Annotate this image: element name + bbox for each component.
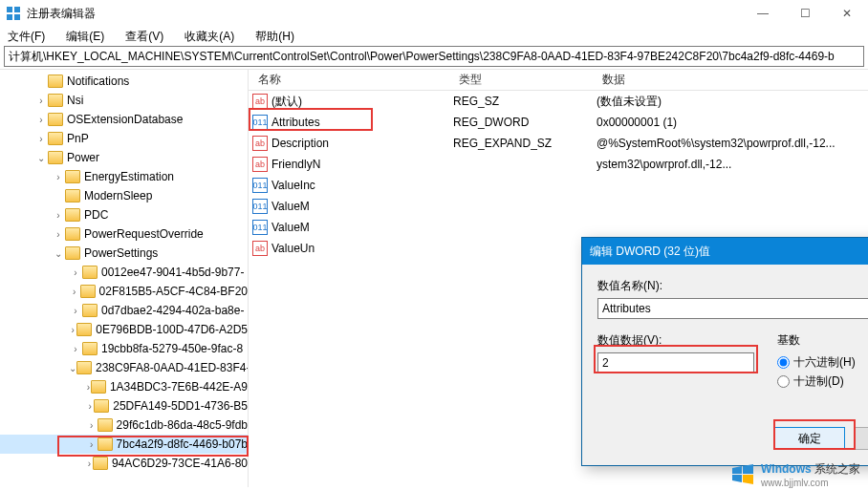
tree-twisty-icon[interactable]: ›: [52, 210, 65, 221]
tree-pane[interactable]: Notifications›Nsi›OSExtensionDatabase›Pn…: [0, 70, 249, 487]
tree-item[interactable]: ›19cbb8fa-5279-450e-9fac-8: [0, 339, 248, 358]
folder-icon: [82, 304, 98, 317]
tree-item[interactable]: ›PnP: [0, 129, 248, 148]
maximize-button[interactable]: ☐: [784, 0, 826, 27]
tree-item[interactable]: ⌄238C9FA8-0AAD-41ED-83F4-: [0, 358, 248, 377]
tree-twisty-icon[interactable]: ›: [86, 458, 93, 469]
tree-item[interactable]: ›0E796BDB-100D-47D6-A2D5: [0, 320, 248, 339]
tree-twisty-icon[interactable]: ›: [52, 229, 65, 240]
dialog-buttons: 确定 取消: [597, 427, 868, 450]
value-name-input[interactable]: [597, 298, 868, 319]
tree-label: 238C9FA8-0AAD-41ED-83F4-: [96, 361, 248, 374]
dialog-titlebar[interactable]: 编辑 DWORD (32 位)值 ✕: [582, 238, 868, 265]
menu-view[interactable]: 查看(V): [121, 27, 167, 47]
regedit-icon: [6, 6, 21, 21]
tree-twisty-icon[interactable]: ⌄: [52, 248, 65, 259]
tree-twisty-icon[interactable]: ›: [69, 325, 76, 335]
radio-hex[interactable]: 十六进制(H): [777, 352, 856, 372]
dword-value-icon: 011: [252, 178, 268, 193]
close-button[interactable]: ✕: [826, 0, 868, 27]
tree-item[interactable]: ⌄PowerSettings: [0, 244, 248, 263]
tree-twisty-icon[interactable]: ›: [34, 96, 48, 106]
radio-dec-input[interactable]: [777, 375, 790, 388]
tree-item[interactable]: ›0d7dbae2-4294-402a-ba8e-: [0, 301, 248, 320]
tree-label: PnP: [67, 132, 89, 145]
folder-icon: [94, 399, 109, 413]
menu-edit[interactable]: 编辑(E): [62, 27, 108, 47]
folder-icon: [93, 457, 108, 470]
col-type[interactable]: 类型: [453, 72, 597, 88]
tree-item[interactable]: ›0012ee47-9041-4b5d-9b77-: [0, 263, 248, 282]
svg-rect-2: [7, 14, 12, 20]
tree-label: PowerSettings: [84, 246, 158, 260]
folder-icon: [65, 246, 80, 260]
col-data[interactable]: 数据: [597, 72, 868, 88]
tree-item[interactable]: ›OSExtensionDatabase: [0, 110, 248, 129]
list-row[interactable]: 011ValueM: [249, 196, 868, 217]
tree-twisty-icon[interactable]: ›: [86, 401, 94, 412]
tree-twisty-icon[interactable]: ⌄: [69, 363, 76, 373]
tree-label: Notifications: [67, 75, 129, 88]
folder-icon: [80, 285, 96, 298]
tree-twisty-icon[interactable]: ›: [69, 287, 80, 297]
folder-icon: [48, 132, 63, 145]
tree-twisty-icon[interactable]: ›: [86, 420, 98, 431]
radio-hex-label: 十六进制(H): [793, 354, 856, 371]
tree-twisty-icon[interactable]: ›: [86, 439, 98, 450]
tree-twisty-icon[interactable]: ⌄: [34, 153, 48, 163]
tree-label: 25DFA149-5DD1-4736-B5: [113, 399, 248, 413]
tree-item[interactable]: ›Nsi: [0, 91, 248, 110]
dialog-body: 数值名称(N): 数值数据(V): 基数 十六进制(H): [582, 265, 868, 465]
tree-item[interactable]: ›94AC6D29-73CE-41A6-80: [0, 454, 248, 473]
col-name[interactable]: 名称: [252, 72, 453, 88]
menu-help[interactable]: 帮助(H): [251, 27, 298, 47]
tree-label: 02F815B5-A5CF-4C84-BF20: [99, 285, 248, 298]
list-pane: 名称 类型 数据 ab(默认)REG_SZ(数值未设置)011Attribute…: [249, 70, 868, 487]
tree-label: 29f6c1db-86da-48c5-9fdb: [117, 418, 248, 432]
tree-twisty-icon[interactable]: ›: [69, 267, 82, 278]
value-name: ValueM: [271, 200, 310, 213]
list-row[interactable]: 011ValueInc: [249, 175, 868, 196]
tree-label: 0d7dbae2-4294-402a-ba8e-: [101, 304, 244, 317]
folder-icon: [65, 189, 80, 202]
list-row[interactable]: ab(默认)REG_SZ(数值未设置): [249, 91, 868, 112]
folder-icon: [91, 380, 106, 394]
window-title: 注册表编辑器: [27, 6, 96, 22]
list-row[interactable]: 011AttributesREG_DWORD0x00000001 (1): [249, 112, 868, 133]
tree-item[interactable]: ›29f6c1db-86da-48c5-9fdb: [0, 415, 248, 435]
list-row[interactable]: abFriendlyNystem32\powrprof.dll,-12...: [249, 154, 868, 175]
value-data: ystem32\powrprof.dll,-12...: [597, 158, 868, 171]
tree-item[interactable]: ›PowerRequestOverride: [0, 224, 248, 244]
tree-item[interactable]: ›EnergyEstimation: [0, 167, 248, 186]
svg-marker-6: [732, 475, 742, 482]
tree-twisty-icon[interactable]: ›: [34, 134, 48, 144]
minimize-button[interactable]: —: [742, 0, 784, 27]
list-row[interactable]: abDescriptionREG_EXPAND_SZ@%SystemRoot%\…: [249, 133, 868, 154]
menu-favorites[interactable]: 收藏夹(A): [181, 27, 238, 47]
value-data-input[interactable]: [597, 352, 754, 373]
list-row[interactable]: 011ValueM: [249, 217, 868, 238]
ok-button[interactable]: 确定: [773, 427, 845, 450]
tree-label: PDC: [84, 208, 108, 222]
cancel-button[interactable]: 取消: [855, 427, 868, 450]
tree-item[interactable]: ›7bc4a2f9-d8fc-4469-b07b: [0, 435, 248, 454]
tree-item[interactable]: Notifications: [0, 72, 248, 91]
menu-file[interactable]: 文件(F): [4, 27, 49, 47]
tree-twisty-icon[interactable]: ›: [69, 306, 82, 316]
folder-icon: [65, 170, 80, 183]
tree-twisty-icon[interactable]: ›: [69, 344, 82, 354]
tree-item[interactable]: ›1A34BDC3-7E6B-442E-A9: [0, 377, 248, 396]
address-bar[interactable]: 计算机\HKEY_LOCAL_MACHINE\SYSTEM\CurrentCon…: [4, 46, 864, 67]
tree-twisty-icon[interactable]: ›: [34, 115, 48, 125]
folder-icon: [76, 323, 92, 336]
radio-dec[interactable]: 十进制(D): [777, 372, 856, 391]
tree-item[interactable]: ModernSleep: [0, 186, 248, 205]
tree-item[interactable]: ›02F815B5-A5CF-4C84-BF20: [0, 282, 248, 301]
tree-item[interactable]: ⌄Power: [0, 148, 248, 167]
value-type: REG_SZ: [453, 95, 597, 108]
tree-label: 19cbb8fa-5279-450e-9fac-8: [101, 342, 243, 355]
radio-hex-input[interactable]: [777, 356, 790, 369]
tree-item[interactable]: ›25DFA149-5DD1-4736-B5: [0, 396, 248, 415]
tree-item[interactable]: ›PDC: [0, 205, 248, 224]
tree-twisty-icon[interactable]: ›: [52, 172, 65, 182]
